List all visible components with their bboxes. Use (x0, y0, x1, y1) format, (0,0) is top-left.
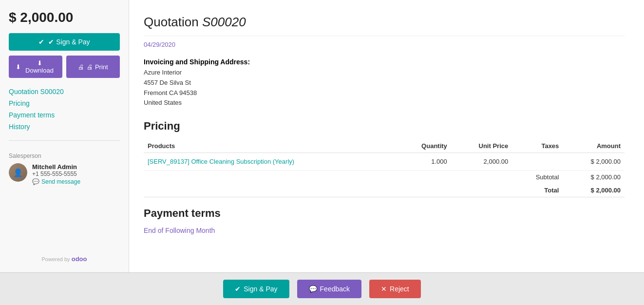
row-amount: $ 2,000.00 (563, 153, 625, 171)
sidebar-nav: Quotation S00020 Pricing Payment terms H… (9, 88, 120, 141)
bottom-reject-button[interactable]: ✕ Reject (369, 280, 421, 298)
subtotal-label: Subtotal (512, 171, 563, 184)
pricing-section: Pricing Products Quantity Unit Price Tax… (144, 120, 625, 197)
address-line-3: Fremont CA 94538 (144, 88, 625, 98)
sidebar-action-buttons: ⬇ ⬇ Download 🖨 🖨 Print (9, 56, 120, 78)
col-taxes: Taxes (512, 139, 563, 153)
close-icon: ✕ (381, 285, 387, 293)
sidebar-amount: $ 2,000.00 (9, 10, 120, 25)
chat-icon: 💬 (32, 178, 39, 185)
main-content: Quotation S00020 04/29/2020 Invoicing an… (129, 0, 644, 272)
row-quantity: 1.000 (396, 153, 451, 171)
col-products: Products (144, 139, 396, 153)
address-section: Invoicing and Shipping Address: Azure In… (144, 58, 625, 108)
powered-by: Powered by odoo (9, 246, 120, 263)
salesperson-phone: +1 555-555-5555 (32, 171, 80, 177)
salesperson-details: Mitchell Admin +1 555-555-5555 💬 Send me… (32, 163, 80, 185)
bottom-bar: ✔ Sign & Pay 💬 Feedback ✕ Reject (0, 272, 644, 305)
pricing-table: Products Quantity Unit Price Taxes Amoun… (144, 139, 625, 197)
payment-terms-title: Payment terms (144, 207, 625, 220)
salesperson-section: Salesperson 👤 Mitchell Admin +1 555-555-… (9, 152, 120, 185)
chat-icon: 💬 (309, 285, 317, 293)
subtotal-value: $ 2,000.00 (563, 171, 625, 184)
row-taxes (512, 153, 563, 171)
pricing-title: Pricing (144, 120, 625, 133)
product-link[interactable]: [SERV_89137] Office Cleaning Subscriptio… (148, 158, 294, 165)
quotation-date: 04/29/2020 (144, 41, 625, 48)
payment-terms-value: End of Following Month (144, 227, 625, 234)
address-label: Invoicing and Shipping Address: (144, 58, 625, 66)
address-line-4: United States (144, 98, 625, 108)
address-line-1: Azure Interior (144, 68, 625, 78)
bottom-sign-pay-button[interactable]: ✔ Sign & Pay (223, 280, 289, 298)
col-amount: Amount (563, 139, 625, 153)
download-icon: ⬇ (16, 63, 21, 71)
avatar-image: 👤 (9, 163, 27, 182)
sidebar-item-pricing[interactable]: Pricing (9, 99, 120, 107)
table-row: [SERV_89137] Office Cleaning Subscriptio… (144, 153, 625, 171)
col-quantity: Quantity (396, 139, 451, 153)
total-value: $ 2,000.00 (563, 184, 625, 197)
sidebar-sign-pay-button[interactable]: ✔ ✔ Sign & Pay (9, 33, 120, 51)
checkmark-icon: ✔ (38, 38, 44, 46)
total-label: Total (512, 184, 563, 197)
sidebar-item-history[interactable]: History (9, 123, 120, 131)
salesperson-info: 👤 Mitchell Admin +1 555-555-5555 💬 Send … (9, 163, 120, 185)
total-row: Total $ 2,000.00 (144, 184, 625, 197)
quotation-id: S00020 (202, 15, 246, 29)
sidebar: $ 2,000.00 ✔ ✔ Sign & Pay ⬇ ⬇ Download 🖨… (0, 0, 129, 272)
checkmark-icon: ✔ (235, 285, 241, 293)
quotation-title: Quotation S00020 (144, 15, 625, 36)
bottom-feedback-button[interactable]: 💬 Feedback (297, 280, 361, 298)
sidebar-item-quotation[interactable]: Quotation S00020 (9, 88, 120, 95)
odoo-brand: odoo (72, 255, 87, 263)
print-icon: 🖨 (78, 63, 84, 71)
col-unit-price: Unit Price (451, 139, 512, 153)
print-button[interactable]: 🖨 🖨 Print (66, 56, 120, 78)
send-message-link[interactable]: 💬 Send message (32, 178, 80, 185)
row-unit-price: 2,000.00 (451, 153, 512, 171)
salesperson-name: Mitchell Admin (32, 163, 80, 171)
product-name: [SERV_89137] Office Cleaning Subscriptio… (144, 153, 396, 171)
payment-terms-section: Payment terms End of Following Month (144, 207, 625, 234)
sidebar-item-payment-terms[interactable]: Payment terms (9, 111, 120, 119)
subtotal-row: Subtotal $ 2,000.00 (144, 171, 625, 184)
avatar: 👤 (9, 163, 27, 182)
address-line-2: 4557 De Silva St (144, 78, 625, 88)
salesperson-label: Salesperson (9, 152, 120, 159)
download-button[interactable]: ⬇ ⬇ Download (9, 56, 62, 78)
